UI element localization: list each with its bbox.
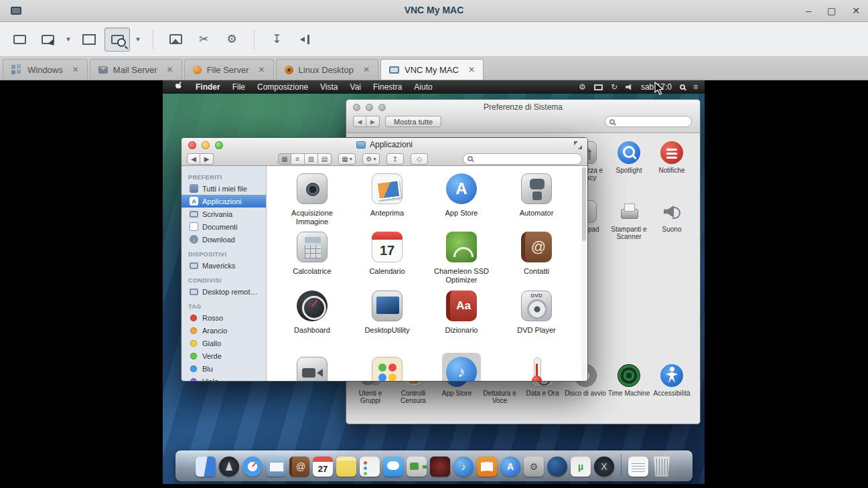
show-all-button[interactable]: Mostra tutte [385,116,441,127]
control-dropdown[interactable]: ▾ [63,27,74,52]
screenshot-button[interactable] [163,27,188,52]
tab-close-icon[interactable]: ✕ [72,65,79,74]
dock-itunes-icon[interactable]: ♪ [453,457,474,477]
column-view-button[interactable]: ▥ [305,153,318,165]
view-mode-control[interactable]: ▦ ≡ ▥ ▤ [278,153,332,165]
app-game-center[interactable] [350,357,424,382]
dock-safari-icon[interactable] [242,457,263,477]
finder-search-field[interactable] [463,153,582,165]
app-chameleon[interactable]: Chameleon SSD Optimizer [425,232,498,284]
minimize-button[interactable]: – [806,4,811,17]
sidebar-tag-verde[interactable]: Verde [182,349,266,362]
duplicate-connection-button[interactable] [76,27,102,52]
dock-network-icon[interactable] [547,457,567,477]
gear-icon[interactable]: ⚙ [579,82,586,92]
dock-xquartz-icon[interactable]: X [594,457,614,477]
app-app-store[interactable]: AApp Store [425,173,498,218]
dock-trash-icon[interactable] [652,457,672,477]
app-facetime[interactable] [275,357,349,382]
sidebar-item-scrivania[interactable]: Scrivania [182,208,266,220]
dock-ibooks-icon[interactable] [477,457,497,477]
prefs-zoom-button[interactable] [378,104,386,111]
display-mirroring-icon[interactable] [594,84,603,90]
dock-mail-icon[interactable] [266,457,286,477]
scaling-dropdown[interactable]: ▾ [133,27,143,52]
app-itunes-selected[interactable]: ♪ [425,357,498,382]
menu-vai[interactable]: Vai [344,80,367,94]
tab-file-server[interactable]: File Server ✕ [184,59,274,80]
app-dictionary[interactable]: AaDizionario [425,291,498,335]
window-titlebar[interactable]: VNC My MAC – ▢ ✕ [0,0,868,22]
pref-printers[interactable]: Stampanti e Scanner [607,200,651,240]
spotlight-search-icon[interactable] [680,84,685,90]
app-contacts[interactable]: @Contatti [500,232,573,276]
pref-time-machine[interactable]: Time Machine [607,364,651,397]
sync-icon[interactable]: ↻ [611,82,618,92]
dock-app-store-icon[interactable]: A [500,457,520,477]
menu-finder[interactable]: Finder [190,80,226,94]
finder-zoom-button[interactable] [215,141,223,149]
menu-aiuto[interactable]: Aiuto [408,80,438,94]
app-dvd-player[interactable]: DVDDVD Player [500,291,573,335]
tab-vnc-my-mac[interactable]: VNC My MAC ✕ [380,59,484,80]
dock-messages-icon[interactable] [383,457,403,477]
tags-button[interactable]: ◇ [411,153,428,165]
back-button[interactable]: ◀ [187,153,200,165]
list-view-button[interactable]: ≡ [291,153,305,165]
sidebar-tag-giallo[interactable]: Giallo [182,337,266,349]
dock-reminders-icon[interactable] [360,457,380,477]
share-button[interactable]: ↥ [386,153,404,165]
dock-launchpad-icon[interactable] [219,457,239,477]
app-preview[interactable]: Anteprima [350,173,424,218]
forward-button[interactable]: ▶ [200,153,214,165]
take-control-button[interactable] [35,27,60,52]
tab-close-icon[interactable]: ✕ [258,65,265,74]
send-keys-button[interactable]: ↧ [264,27,289,52]
prefs-search-input[interactable] [618,118,684,126]
tab-close-icon[interactable]: ✕ [363,65,370,74]
dock-system-preferences-icon[interactable]: ⚙ [524,457,544,477]
sidebar-item-mavericks[interactable]: Mavericks [182,259,266,272]
dock-finder-icon[interactable] [196,457,216,477]
notification-center-icon[interactable]: ≡ [693,82,698,92]
remote-viewport[interactable]: Finder File Composizione Vista Vai Fines… [0,80,868,488]
scaling-toggle-button[interactable] [104,27,130,52]
dock-notes-icon[interactable] [336,457,356,477]
sidebar-item-download[interactable]: ↓Download [182,233,266,246]
finder-scrollbar[interactable] [581,167,587,380]
finder-window[interactable]: Applicazioni ◀ ▶ ▦ ≡ ▥ ▤ [181,137,588,382]
dock-facetime-icon[interactable] [407,457,427,477]
sidebar-item-applicazioni[interactable]: AApplicazioni [182,195,266,208]
prefs-close-button[interactable] [353,104,360,111]
menu-file[interactable]: File [226,80,251,94]
volume-icon[interactable] [626,84,633,90]
sidebar-tag-rosso[interactable]: Rosso [182,311,266,324]
menu-composizione[interactable]: Composizione [251,80,314,94]
app-thermometer[interactable] [500,357,573,382]
fullscreen-arrows-icon[interactable] [574,141,582,149]
sidebar-tag-arancio[interactable]: Arancio [182,324,266,337]
action-gear-menu-button[interactable]: ⚙▾ [362,153,380,165]
prefs-search-field[interactable] [605,116,692,127]
sidebar-item-desktop-remoto[interactable]: Desktop remot… [182,285,266,298]
app-image-capture[interactable]: Acquisizione Immagine [275,173,349,226]
prefs-forward-button[interactable]: ▶ [366,116,380,127]
dock-utorrent-icon[interactable]: µ [571,457,591,477]
tab-linux-desktop[interactable]: Linux Desktop ✕ [276,59,378,80]
tab-close-icon[interactable]: ✕ [167,65,173,74]
pref-sound[interactable]: Suono [650,200,694,233]
tab-mail-server[interactable]: Mail Server ✕ [90,59,182,80]
tab-windows[interactable]: Windows ✕ [3,59,88,80]
finder-search-input[interactable] [476,155,542,163]
detach-tab-button[interactable] [292,27,317,52]
pref-spotlight[interactable]: Spotlight [607,141,651,174]
app-dashboard[interactable]: Dashboard [275,291,349,335]
dock-calendar-icon[interactable]: 27 [313,457,333,477]
menu-finestra[interactable]: Finestra [367,80,408,94]
app-calculator[interactable]: Calcolatrice [275,232,349,276]
prefs-minimize-button[interactable] [366,104,373,111]
sidebar-tag-blu[interactable]: Blu [182,362,266,375]
finder-close-button[interactable] [188,141,196,149]
finder-minimize-button[interactable] [202,141,210,149]
sidebar-item-tutti-i-miei-file[interactable]: Tutti i miei file [182,182,266,195]
